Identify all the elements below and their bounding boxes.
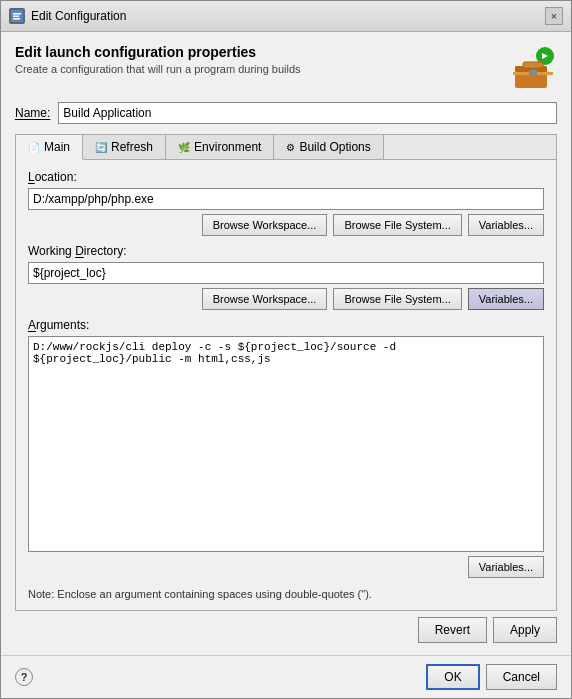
tab-environment[interactable]: 🌿 Environment	[166, 135, 274, 159]
arguments-note: Note: Enclose an argument containing spa…	[28, 588, 544, 600]
name-label: Name:	[15, 106, 50, 120]
arguments-group: Arguments: D:/www/rockjs/cli deploy -c -…	[28, 318, 544, 578]
revert-apply-row: Revert Apply	[15, 611, 557, 645]
footer-left: ?	[15, 668, 33, 686]
tab-main-label: Main	[44, 140, 70, 154]
working-directory-buttons: Browse Workspace... Browse File System..…	[28, 288, 544, 310]
working-directory-input[interactable]	[28, 262, 544, 284]
working-directory-group: Working Directory: Browse Workspace... B…	[28, 244, 544, 310]
arguments-textarea[interactable]: D:/www/rockjs/cli deploy -c -s ${project…	[28, 336, 544, 552]
title-bar-left: Edit Configuration	[9, 8, 126, 24]
location-browse-workspace-button[interactable]: Browse Workspace...	[202, 214, 328, 236]
arguments-buttons: Variables...	[28, 556, 544, 578]
apply-button[interactable]: Apply	[493, 617, 557, 643]
header-subtitle: Create a configuration that will run a p…	[15, 63, 301, 75]
tab-environment-label: Environment	[194, 140, 261, 154]
edit-configuration-dialog: Edit Configuration × Edit launch configu…	[0, 0, 572, 699]
header-text: Edit launch configuration properties Cre…	[15, 44, 301, 75]
tab-content-main: Location: Browse Workspace... Browse Fil…	[16, 160, 556, 610]
close-button[interactable]: ×	[545, 7, 563, 25]
ok-button[interactable]: OK	[426, 664, 479, 690]
location-label: Location:	[28, 170, 544, 184]
svg-rect-2	[13, 16, 19, 18]
dialog-title: Edit Configuration	[31, 9, 126, 23]
svg-rect-1	[13, 13, 21, 15]
location-browse-filesystem-button[interactable]: Browse File System...	[333, 214, 461, 236]
svg-rect-3	[13, 18, 20, 20]
environment-tab-icon: 🌿	[178, 142, 190, 153]
dialog-footer: ? OK Cancel	[1, 655, 571, 698]
svg-rect-8	[523, 62, 543, 68]
refresh-tab-icon: 🔄	[95, 142, 107, 153]
title-bar: Edit Configuration ×	[1, 1, 571, 32]
tab-refresh-label: Refresh	[111, 140, 153, 154]
name-input[interactable]	[58, 102, 557, 124]
arguments-label: Arguments:	[28, 318, 544, 332]
cancel-button[interactable]: Cancel	[486, 664, 557, 690]
workdir-browse-filesystem-button[interactable]: Browse File System...	[333, 288, 461, 310]
arguments-variables-button[interactable]: Variables...	[468, 556, 544, 578]
footer-right: OK Cancel	[426, 664, 557, 690]
tab-build-options[interactable]: ⚙ Build Options	[274, 135, 383, 159]
location-buttons: Browse Workspace... Browse File System..…	[28, 214, 544, 236]
tab-build-options-label: Build Options	[299, 140, 370, 154]
dialog-icon	[9, 8, 25, 24]
workdir-browse-workspace-button[interactable]: Browse Workspace...	[202, 288, 328, 310]
revert-button[interactable]: Revert	[418, 617, 487, 643]
location-variables-button[interactable]: Variables...	[468, 214, 544, 236]
workdir-variables-button[interactable]: Variables...	[468, 288, 544, 310]
header-section: Edit launch configuration properties Cre…	[15, 44, 557, 92]
header-title: Edit launch configuration properties	[15, 44, 301, 60]
tab-main[interactable]: 📄 Main	[16, 135, 83, 160]
location-input[interactable]	[28, 188, 544, 210]
svg-rect-10	[529, 70, 537, 76]
name-row: Name:	[15, 102, 557, 124]
tab-refresh[interactable]: 🔄 Refresh	[83, 135, 166, 159]
build-options-tab-icon: ⚙	[286, 142, 295, 153]
dialog-body: Edit launch configuration properties Cre…	[1, 32, 571, 655]
working-directory-label: Working Directory:	[28, 244, 544, 258]
tabs-header: 📄 Main 🔄 Refresh 🌿 Environment ⚙ Build O…	[16, 135, 556, 160]
location-group: Location: Browse Workspace... Browse Fil…	[28, 170, 544, 236]
tabs-panel: 📄 Main 🔄 Refresh 🌿 Environment ⚙ Build O…	[15, 134, 557, 611]
help-button[interactable]: ?	[15, 668, 33, 686]
config-icon	[509, 44, 557, 92]
main-tab-icon: 📄	[28, 142, 40, 153]
